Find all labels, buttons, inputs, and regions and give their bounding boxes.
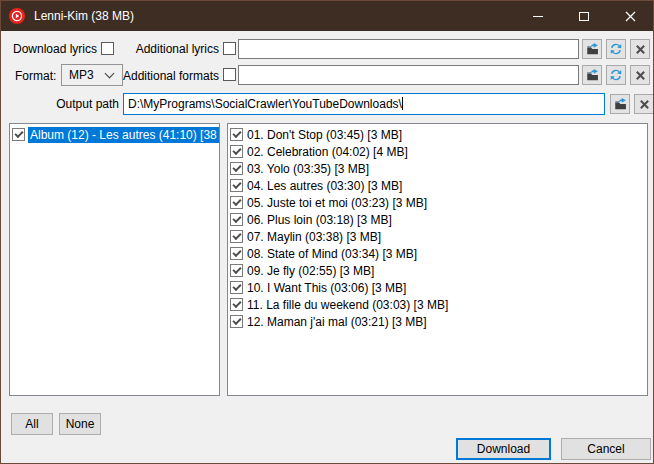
track-list-item[interactable]: 10. I Want This (03:06) [3 MB] [228,279,647,296]
clear-icon [639,99,650,110]
track-list-item[interactable]: 01. Don't Stop (03:45) [3 MB] [228,126,647,143]
browse-formats-button[interactable] [582,65,602,85]
album-list[interactable]: Album (12) - Les autres (41:10) [38 MB] [9,123,220,396]
track-checkbox[interactable] [230,128,243,141]
clear-output-button[interactable] [634,94,654,114]
track-label: 08. State of Mind (03:34) [3 MB] [247,247,417,261]
browse-output-button[interactable] [610,94,630,114]
additional-formats-input[interactable] [238,65,579,85]
track-checkbox[interactable] [230,230,243,243]
refresh-lyrics-button[interactable] [606,39,626,59]
track-checkbox[interactable] [230,264,243,277]
download-lyrics-checkbox[interactable] [101,42,114,55]
refresh-icon [609,42,623,56]
cancel-button[interactable]: Cancel [561,438,651,460]
refresh-formats-button[interactable] [606,65,626,85]
youtube-play-icon [9,8,25,24]
track-label: 04. Les autres (03:30) [3 MB] [247,179,402,193]
album-list-item[interactable]: Album (12) - Les autres (41:10) [38 MB] [10,126,219,143]
additional-lyrics-checkbox[interactable] [223,42,236,55]
track-checkbox[interactable] [230,213,243,226]
track-list-item[interactable]: 02. Celebration (04:02) [4 MB] [228,143,647,160]
track-checkbox[interactable] [230,179,243,192]
maximize-button[interactable] [561,1,607,31]
clear-icon [635,44,646,55]
output-path-value: D:\MyPrograms\SocialCrawler\YouTubeDownl… [128,97,402,111]
track-list-item[interactable]: 07. Maylin (03:38) [3 MB] [228,228,647,245]
select-none-button[interactable]: None [59,413,101,435]
browse-lyrics-button[interactable] [582,39,602,59]
minimize-icon [533,16,543,17]
additional-lyrics-label: Additional lyrics [119,42,219,56]
close-icon [625,11,636,22]
track-list-item[interactable]: 12. Maman j'ai mal (03:21) [3 MB] [228,313,647,330]
track-label: 01. Don't Stop (03:45) [3 MB] [247,128,402,142]
track-label: 12. Maman j'ai mal (03:21) [3 MB] [247,315,427,329]
track-list-item[interactable]: 09. Je fly (02:55) [3 MB] [228,262,647,279]
track-checkbox[interactable] [230,315,243,328]
track-list-item[interactable]: 05. Juste toi et moi (03:23) [3 MB] [228,194,647,211]
folder-open-icon [585,68,600,82]
refresh-icon [609,68,623,82]
additional-formats-checkbox[interactable] [223,68,236,81]
track-list[interactable]: 01. Don't Stop (03:45) [3 MB] 02. Celebr… [227,123,648,396]
titlebar: Lenni-Kim (38 MB) [1,1,653,31]
track-label: 02. Celebration (04:02) [4 MB] [247,145,408,159]
track-checkbox[interactable] [230,162,243,175]
maximize-icon [579,12,589,21]
close-button[interactable] [607,1,653,31]
output-path-label: Output path [1,97,119,111]
track-list-item[interactable]: 11. La fille du weekend (03:03) [3 MB] [228,296,647,313]
additional-lyrics-input[interactable] [238,39,579,59]
clear-icon [635,70,646,81]
folder-open-icon [613,97,628,111]
window-title: Lenni-Kim (38 MB) [34,9,134,23]
clear-lyrics-button[interactable] [630,39,650,59]
select-all-button[interactable]: All [11,413,53,435]
track-checkbox[interactable] [230,281,243,294]
additional-formats-label: Additional formats [111,69,219,83]
track-list-item[interactable]: 08. State of Mind (03:34) [3 MB] [228,245,647,262]
format-label: Format: [15,69,56,83]
track-list-item[interactable]: 03. Yolo (03:35) [3 MB] [228,160,647,177]
track-label: 11. La fille du weekend (03:03) [3 MB] [247,298,448,312]
folder-open-icon [585,42,600,56]
download-button[interactable]: Download [456,438,551,460]
format-value: MP3 [69,68,94,82]
track-label: 05. Juste toi et moi (03:23) [3 MB] [247,196,427,210]
track-checkbox[interactable] [230,298,243,311]
track-checkbox[interactable] [230,196,243,209]
minimize-button[interactable] [515,1,561,31]
window-controls [515,1,653,31]
track-label: 03. Yolo (03:35) [3 MB] [247,162,369,176]
clear-formats-button[interactable] [630,65,650,85]
app-window: Lenni-Kim (38 MB) Download lyrics Additi… [0,0,654,464]
track-list-item[interactable]: 04. Les autres (03:30) [3 MB] [228,177,647,194]
track-label: 07. Maylin (03:38) [3 MB] [247,230,381,244]
track-checkbox[interactable] [230,145,243,158]
output-path-input[interactable]: D:\MyPrograms\SocialCrawler\YouTubeDownl… [123,93,605,115]
album-label: Album (12) - Les autres (41:10) [38 MB] [28,127,220,143]
text-caret [402,97,403,110]
track-label: 10. I Want This (03:06) [3 MB] [247,281,406,295]
track-list-item[interactable]: 06. Plus loin (03:18) [3 MB] [228,211,647,228]
track-label: 09. Je fly (02:55) [3 MB] [247,264,374,278]
album-checkbox[interactable] [12,128,25,141]
download-lyrics-label: Download lyrics [1,42,97,56]
track-checkbox[interactable] [230,247,243,260]
track-label: 06. Plus loin (03:18) [3 MB] [247,213,392,227]
